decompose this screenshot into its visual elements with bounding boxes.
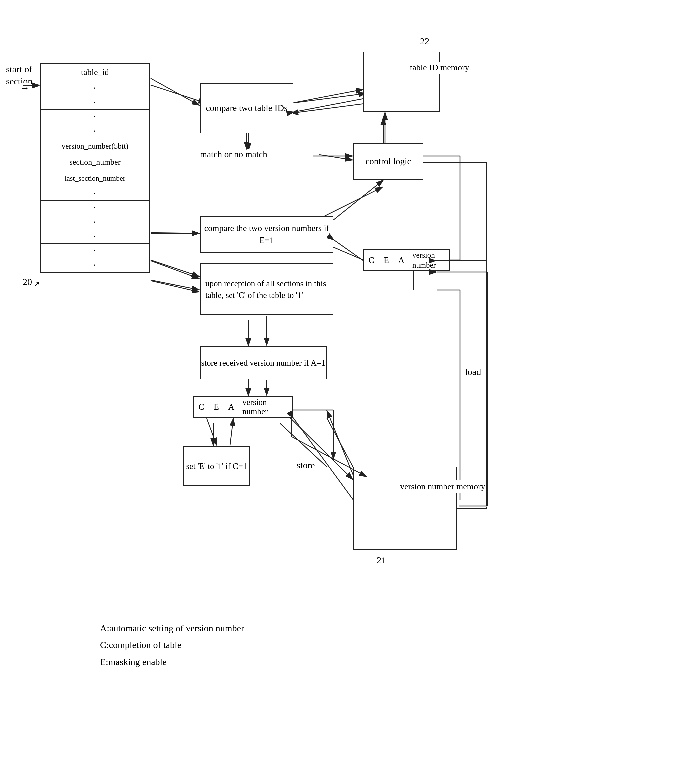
cea-bottom-register: C E A version number [193,396,293,418]
table-row-section-number: section_number [41,154,149,171]
table-row-dots-3: · [41,110,149,124]
legend-e: E:masking enable [100,654,244,670]
svg-line-14 [151,260,200,277]
ref-20: 20 [23,277,32,287]
svg-line-13 [317,187,383,220]
cea-bottom-vn: version number [239,397,292,417]
cea-top-vn: version number [409,250,449,270]
table-row-dots-9: · [41,244,149,258]
cea-top-e: E [379,250,394,270]
table-row-dots-5: · [41,186,149,201]
cea-bottom-e: E [209,397,224,417]
table-row-dots-7: · [41,215,149,229]
ref-22: 22 [420,36,429,47]
table-row-version-number: version_number(5bit) [41,138,149,154]
version-number-memory-label: version number memory [400,480,485,493]
cea-bottom-c: C [194,397,209,417]
upon-reception-box: upon reception of all sections in this t… [200,263,333,315]
table-row-table-id: table_id [41,64,149,81]
svg-line-4 [290,93,367,103]
set-e-box: set 'E' to '1' if C=1 [183,446,250,486]
legend-c: C:completion of table [100,637,244,653]
table-row-dots-8: · [41,229,149,244]
ref-21: 21 [377,555,386,566]
cea-top-register: C E A version number [363,249,450,271]
table-row-dots-10: · [41,258,149,272]
diagram: start ofsection → table_id · · · · versi… [0,0,700,769]
svg-line-3 [151,85,207,103]
table-row-dots-1: · [41,81,149,95]
table-id-memory-box [363,51,440,112]
ref-20-arrow: ↗ [33,279,40,289]
table-row-dots-2: · [41,95,149,110]
match-or-no-match-label: match or no match [200,149,267,160]
section-table: table_id · · · · version_number(5bit) se… [40,63,150,273]
cea-top-a: A [394,250,409,270]
arrow-label: → [20,83,29,93]
cea-bottom-a: A [224,397,239,417]
store-label: store [297,460,315,471]
control-logic-box: control logic [353,143,423,180]
svg-line-15 [151,280,200,290]
legend: A:automatic setting of version number C:… [100,620,244,670]
store-received-box: store received version number if A=1 [200,346,327,379]
table-row-dots-6: · [41,201,149,215]
load-label: load [465,367,481,377]
compare-two-table-ids-box: compare two table IDs [200,83,293,134]
table-row-last-section-number: last_section_number [41,171,149,186]
table-row-dots-4: · [41,124,149,138]
table-id-memory-label: table ID memory [410,62,469,74]
legend-a: A:automatic setting of version number [100,620,244,637]
svg-line-5 [290,103,367,113]
compare-version-numbers-box: compare the two version numbers if E=1 [200,216,333,253]
cea-top-c: C [364,250,379,270]
version-number-memory-box [353,467,457,550]
